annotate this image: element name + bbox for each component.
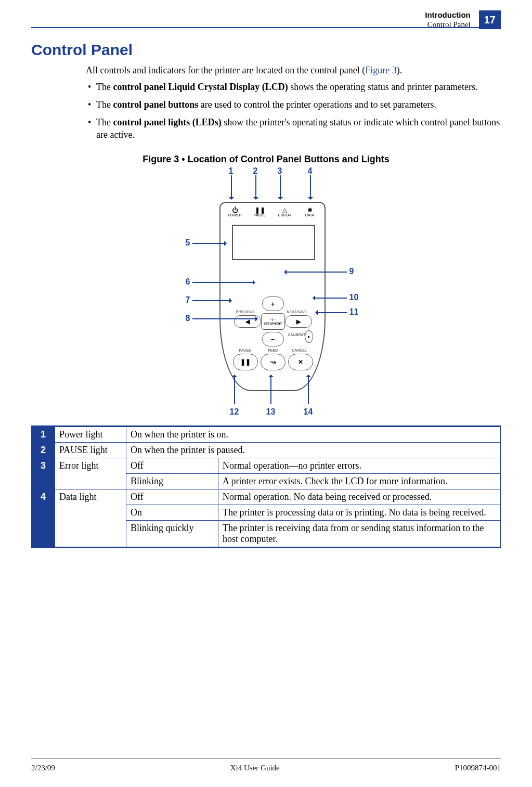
footer-title: Xi4 User Guide	[230, 764, 280, 772]
pause-button: ❚❚	[233, 354, 258, 370]
bullet-rest: shows the operating status and printer p…	[288, 82, 478, 92]
bullet-bold: control panel Liquid Crystal Display (LC…	[113, 82, 288, 92]
callout-6: 6	[186, 277, 190, 287]
legend-name: PAUSE light	[55, 443, 126, 458]
feed-button: ↝	[261, 354, 286, 370]
legend-name: Power light	[55, 427, 126, 443]
legend-num: 2	[32, 443, 55, 458]
page-title: Control Panel	[31, 41, 501, 59]
legend-state: Off	[126, 489, 218, 505]
legend-num: 3	[32, 458, 55, 489]
led-row: ⏻POWER ❚❚PAUSE △ERROR ✺DATA	[220, 207, 325, 226]
legend-desc: On when the printer is paused.	[126, 443, 501, 458]
legend-desc: On when the printer is on.	[126, 427, 501, 443]
plus-button: +	[262, 296, 284, 311]
callout-4: 4	[308, 166, 313, 176]
callout-arrow	[280, 175, 281, 199]
footer-docnum: P1009874-001	[455, 764, 501, 772]
callout-arrow	[231, 175, 232, 199]
footer-rule	[31, 758, 501, 759]
calibrate-button: ●	[305, 330, 313, 343]
intro-text-before: All controls and indicators for the prin…	[86, 65, 365, 75]
setup-exit-label: SETUP/EXIT	[264, 321, 282, 326]
data-icon: ✺	[300, 207, 320, 213]
next-button: ▶	[285, 315, 312, 328]
figure-caption: Figure 3 • Location of Control Panel But…	[31, 154, 501, 165]
callout-arrow	[316, 312, 347, 313]
minus-button: −	[262, 332, 284, 346]
legend-state: On	[126, 505, 218, 521]
legend-name: Error light	[55, 458, 126, 489]
callout-7: 7	[186, 295, 190, 305]
callout-arrow	[270, 375, 271, 404]
legend-desc: A printer error exists. Check the LCD fo…	[218, 474, 501, 489]
table-row: 4 Data light Off Normal operation. No da…	[32, 489, 501, 505]
callout-13: 13	[266, 407, 276, 417]
bullet-item: The control panel buttons are used to co…	[86, 98, 501, 111]
callout-arrow	[284, 272, 347, 273]
previous-label: PREVIOUS	[236, 310, 255, 314]
callout-9: 9	[349, 267, 354, 276]
page-number-badge: 17	[479, 10, 501, 29]
callout-11: 11	[349, 307, 359, 317]
bullet-prefix: The	[96, 117, 113, 127]
footer-date: 2/23/09	[31, 764, 55, 772]
pause-led-label: PAUSE	[254, 213, 266, 217]
legend-desc: Normal operation—no printer errors.	[218, 458, 501, 474]
callout-8: 8	[186, 314, 190, 323]
callout-10: 10	[349, 293, 359, 302]
legend-table: 1 Power light On when the printer is on.…	[31, 425, 501, 548]
pause-btn-label: PAUSE	[239, 349, 251, 352]
intro-paragraph: All controls and indicators for the prin…	[86, 64, 501, 76]
callout-3: 3	[278, 166, 282, 176]
bullet-bold: control panel lights (LEDs)	[113, 117, 221, 127]
legend-desc: The printer is receiving data from or se…	[218, 521, 501, 548]
nextsave-label: NEXT/SAVE	[287, 310, 307, 314]
header-right-block: Introduction Control Panel 17	[425, 10, 501, 29]
feature-bullet-list: The control panel Liquid Crystal Display…	[86, 81, 501, 141]
cancel-btn-label: CANCEL	[292, 349, 307, 352]
legend-desc: The printer is processing data or is pri…	[218, 505, 501, 521]
legend-state: Blinking quickly	[126, 521, 218, 548]
bullet-prefix: The	[96, 82, 113, 92]
callout-arrow	[192, 243, 226, 244]
control-panel-figure: ⏻POWER ❚❚PAUSE △ERROR ✺DATA + PREVIOUS ◀…	[157, 168, 375, 418]
bullet-bold: control panel buttons	[113, 99, 198, 110]
error-icon: △	[275, 207, 295, 213]
data-led-label: DATA	[305, 213, 315, 217]
callout-arrow	[255, 175, 256, 199]
cancel-button: ✕	[288, 354, 313, 370]
legend-desc: Normal operation. No data being received…	[218, 489, 501, 505]
legend-name: Data light	[55, 489, 126, 548]
figure-link[interactable]: Figure 3	[365, 65, 397, 75]
table-row: 1 Power light On when the printer is on.	[32, 427, 501, 443]
callout-1: 1	[229, 166, 233, 176]
legend-num: 4	[32, 489, 55, 548]
callout-arrow	[192, 282, 255, 283]
error-led-label: ERROR	[278, 213, 291, 217]
legend-num: 1	[32, 427, 55, 443]
legend-state: Blinking	[126, 474, 218, 489]
feed-btn-label: FEED	[268, 349, 278, 352]
page-footer: 2/23/09 Xi4 User Guide P1009874-001	[31, 764, 501, 772]
callout-2: 2	[253, 166, 258, 176]
table-row: 3 Error light Off Normal operation—no pr…	[32, 458, 501, 474]
lcd-screen	[232, 225, 315, 260]
legend-state: Off	[126, 458, 218, 474]
callout-arrow	[310, 175, 311, 199]
table-row: 2 PAUSE light On when the printer is pau…	[32, 443, 501, 458]
bullet-prefix: The	[96, 99, 113, 110]
callout-arrow	[234, 375, 235, 404]
callout-arrow	[192, 318, 257, 319]
bullet-item: The control panel Liquid Crystal Display…	[86, 81, 501, 93]
power-led-label: POWER	[228, 213, 241, 217]
power-icon: ⏻	[225, 207, 245, 213]
callout-arrow	[192, 300, 231, 301]
callout-12: 12	[230, 407, 239, 417]
section-name: Control Panel	[425, 20, 470, 29]
callout-14: 14	[304, 407, 313, 417]
callout-5: 5	[186, 238, 190, 248]
callout-arrow	[308, 375, 309, 404]
page-header: Introduction Control Panel 17	[31, 10, 501, 26]
bullet-item: The control panel lights (LEDs) show the…	[86, 116, 501, 141]
